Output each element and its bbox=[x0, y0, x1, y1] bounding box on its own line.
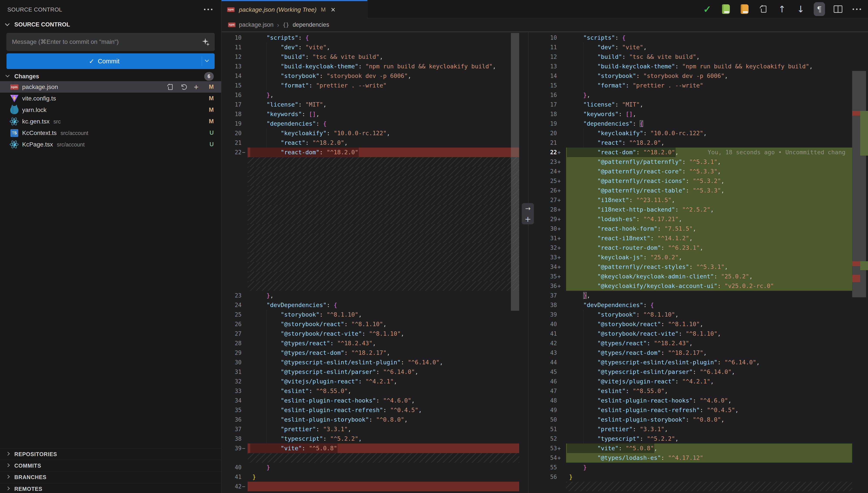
line-number: 11 bbox=[222, 43, 242, 52]
react-icon bbox=[9, 117, 19, 126]
green-book-icon[interactable] bbox=[720, 2, 732, 16]
tab-package-json-working-tree[interactable]: npm package.json (Working Tree) M × bbox=[222, 0, 367, 18]
line-number: 43 bbox=[537, 348, 557, 358]
more-actions-icon[interactable] bbox=[204, 9, 213, 10]
overview-added-mark bbox=[860, 111, 868, 155]
breadcrumb-symbol[interactable]: dependencies bbox=[292, 21, 329, 28]
line-number: 30 bbox=[222, 358, 242, 367]
code-line: 12 "build": "tsc && vite build", bbox=[537, 52, 852, 62]
code-line: 25+ "@patternfly/react-icons": "^5.3.2", bbox=[537, 176, 852, 186]
sparkle-icon[interactable] bbox=[201, 37, 210, 47]
more-actions-icon[interactable] bbox=[851, 2, 862, 16]
file-row-kc-gen[interactable]: kc.gen.tsxsrc M bbox=[0, 116, 221, 127]
file-name: KcPage.tsx bbox=[22, 141, 53, 148]
tab-bar: npm package.json (Working Tree) M × ✓ ↑ … bbox=[222, 0, 868, 18]
sidebar-item-commits[interactable]: COMMITS bbox=[0, 460, 221, 471]
code-line: 36+ "@keycloakify/keycloak-account-ui": … bbox=[537, 281, 852, 291]
arrow-down-icon[interactable]: ↓ bbox=[795, 2, 806, 16]
commit-button[interactable]: ✓ Commit bbox=[6, 53, 215, 69]
line-number: 13 bbox=[537, 62, 557, 71]
line-number: 16 bbox=[222, 90, 242, 100]
orange-book-icon[interactable] bbox=[739, 2, 750, 16]
open-file-icon[interactable] bbox=[758, 2, 769, 16]
line-number: 46 bbox=[537, 377, 557, 386]
line-number: 47 bbox=[537, 386, 557, 396]
code-line: 12 "build": "tsc && vite build", bbox=[222, 52, 519, 62]
discard-changes-icon[interactable] bbox=[179, 83, 187, 91]
changes-section-header[interactable]: Changes 6 bbox=[0, 71, 221, 81]
code-line: 17 "license": "MIT", bbox=[537, 100, 852, 109]
line-number: 31 bbox=[222, 367, 242, 377]
diff-filler-row bbox=[222, 253, 519, 262]
sidebar-item-remotes[interactable]: REMOTES bbox=[0, 483, 221, 493]
line-number: 12 bbox=[537, 52, 557, 62]
diff-filler-row bbox=[222, 195, 519, 205]
check-icon[interactable]: ✓ bbox=[702, 2, 713, 16]
section-label: SOURCE CONTROL bbox=[14, 19, 70, 30]
code-line: 33+ "keycloak-js": "25.0.2", bbox=[537, 253, 852, 262]
file-name: KcContext.ts bbox=[22, 130, 57, 136]
react-icon bbox=[9, 140, 19, 149]
stage-changes-icon[interactable]: + bbox=[192, 83, 200, 91]
line-number: 37 bbox=[537, 291, 557, 300]
diff-pane-divider[interactable] bbox=[528, 32, 528, 493]
line-number: 34 bbox=[537, 262, 557, 272]
chevron-down-icon bbox=[5, 21, 9, 26]
line-number: 16 bbox=[537, 90, 557, 100]
typescript-icon: TS bbox=[9, 128, 19, 137]
line-number: 36 bbox=[537, 281, 557, 291]
tab-modified-badge: M bbox=[321, 6, 326, 13]
file-row-vite-config[interactable]: vite.config.ts M bbox=[0, 93, 221, 104]
source-control-section-header[interactable]: SOURCE CONTROL bbox=[0, 19, 221, 31]
commit-dropdown-button[interactable] bbox=[202, 53, 215, 69]
commit-message-input[interactable] bbox=[6, 33, 215, 51]
diff-original-pane[interactable]: 10 "scripts": {11 "dev": "vite",12 "buil… bbox=[222, 33, 519, 493]
code-line: 25 "storybook": "^8.1.10", bbox=[222, 310, 519, 319]
code-line: 45 "@typescript-eslint/parser": "^6.14.0… bbox=[537, 367, 852, 377]
split-editor-icon[interactable] bbox=[832, 2, 844, 16]
code-line: 41} bbox=[222, 472, 519, 482]
open-file-icon[interactable] bbox=[166, 83, 174, 91]
line-number: 29 bbox=[222, 348, 242, 358]
sidebar-item-branches[interactable]: BRANCHES bbox=[0, 471, 221, 483]
status-badge: M bbox=[209, 116, 214, 127]
stage-block-button[interactable]: + bbox=[525, 216, 531, 222]
check-icon: ✓ bbox=[89, 58, 94, 65]
code-line: 29+ "lodash-es": "^4.17.21", bbox=[537, 214, 852, 224]
diff-filler-row bbox=[222, 186, 519, 195]
code-line: 22− "react-dom": "^18.2.0" bbox=[222, 148, 519, 157]
file-name: yarn.lock bbox=[22, 107, 46, 113]
breadcrumb-file[interactable]: package.json bbox=[239, 21, 274, 28]
code-line: 56} bbox=[537, 472, 852, 482]
changes-label: Changes bbox=[14, 71, 39, 81]
line-number: 20 bbox=[222, 128, 242, 138]
close-icon[interactable]: × bbox=[331, 5, 336, 14]
code-line: 22+ "react-dom": "^18.2.0",You, 18 secon… bbox=[537, 148, 852, 157]
code-line: 41 "@storybook/react-vite": "^8.1.10", bbox=[537, 329, 852, 339]
file-name: package.json bbox=[22, 84, 58, 90]
line-number: 10 bbox=[537, 33, 557, 43]
file-row-yarn-lock[interactable]: yarn.lock M bbox=[0, 104, 221, 116]
code-line: 31+ "react-i18next": "^14.1.2", bbox=[537, 234, 852, 243]
diff-filler-row bbox=[222, 157, 519, 167]
code-line: 42− bbox=[222, 482, 519, 491]
left-scrollbar[interactable] bbox=[511, 33, 519, 311]
arrow-up-icon[interactable]: ↑ bbox=[776, 2, 788, 16]
diff-filler-row bbox=[222, 262, 519, 272]
chevron-right-icon bbox=[6, 487, 10, 490]
render-whitespace-toggle-icon[interactable]: ¶ bbox=[814, 2, 825, 16]
sidebar-header: SOURCE CONTROL bbox=[0, 0, 221, 19]
line-number: 17 bbox=[222, 100, 242, 109]
breadcrumb: npm package.json › {} dependencies bbox=[222, 18, 868, 32]
file-row-kcpage[interactable]: KcPage.tsxsrc/account U bbox=[0, 139, 221, 150]
diff-modified-pane[interactable]: 10 "scripts": {11 "dev": "vite",12 "buil… bbox=[537, 33, 852, 493]
file-row-package-json[interactable]: npm package.json + M bbox=[0, 81, 221, 93]
code-line: 13 "build-keycloak-theme": "npm run buil… bbox=[222, 62, 519, 71]
code-line: 14 "storybook": "storybook dev -p 6006", bbox=[222, 71, 519, 81]
sidebar-item-repositories[interactable]: REPOSITORIES bbox=[0, 448, 221, 460]
line-number: 23 bbox=[222, 291, 242, 300]
diff-filler-row bbox=[222, 167, 519, 176]
apply-change-arrow-button[interactable]: → bbox=[525, 205, 530, 212]
code-line: 33 "eslint": "^8.55.0", bbox=[222, 386, 519, 396]
file-row-kccontext[interactable]: TS KcContext.tssrc/account U bbox=[0, 127, 221, 139]
